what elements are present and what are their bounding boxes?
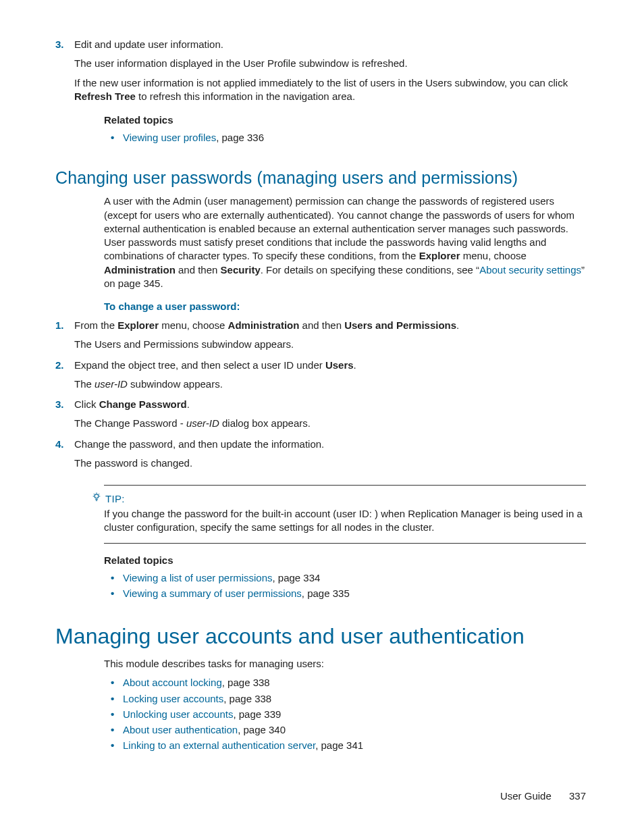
text-fragment: .: [354, 359, 356, 371]
text-bold: Users: [325, 359, 354, 371]
related-topics-list: Viewing user profiles, page 336: [104, 130, 586, 145]
text-bold: Users and Permissions: [344, 319, 456, 331]
text-fragment: menu, choose: [159, 319, 228, 331]
link[interactable]: About user authentication: [123, 724, 238, 735]
text-bold: Change Password: [99, 398, 187, 410]
text-bold: Explorer: [117, 319, 159, 331]
procedure-step: 3.Click Change Password.The Change Passw…: [55, 398, 586, 431]
text-fragment: . For details on specifying these condit…: [261, 264, 479, 276]
svg-line-7: [99, 494, 99, 494]
list-item: Viewing a summary of user permissions, p…: [104, 585, 586, 601]
text-suffix: , page 334: [272, 572, 320, 583]
procedure-heading: To change a user password:: [104, 301, 586, 312]
text-suffix: , page 336: [216, 132, 264, 143]
step-result: The user-ID subwindow appears.: [74, 377, 586, 391]
text-italic: user-ID: [186, 417, 219, 429]
related-topics-list: Viewing a list of user permissions, page…: [104, 570, 586, 602]
step-result: The Users and Permissions subwindow appe…: [74, 338, 586, 351]
footer-label: User Guide: [500, 790, 552, 802]
chapter-heading-managing-user-accounts: Managing user accounts and user authenti…: [55, 624, 586, 649]
link[interactable]: Viewing a list of user permissions: [123, 572, 272, 583]
section-paragraph: A user with the Admin (user management) …: [104, 194, 586, 290]
step-text: Expand the object tree, and then select …: [74, 359, 586, 372]
link[interactable]: Linking to an external authentication se…: [123, 739, 315, 751]
link-viewing-user-profiles[interactable]: Viewing user profiles: [123, 132, 216, 143]
text-suffix: , page 339: [233, 708, 281, 720]
link[interactable]: Viewing a summary of user permissions: [123, 588, 302, 599]
text-fragment: The: [74, 378, 95, 390]
step-number: 4.: [55, 438, 64, 451]
procedure-step: 1.From the Explorer menu, choose Adminis…: [55, 319, 586, 352]
step-list-top: 3. Edit and update user information. The…: [55, 38, 586, 103]
link[interactable]: About account locking: [123, 677, 222, 688]
step-number: 1.: [55, 319, 64, 332]
text-fragment: Expand the object tree, and then select …: [74, 359, 325, 371]
text-fragment: From the: [74, 319, 117, 331]
list-item: About account locking, page 338: [104, 675, 586, 690]
text-fragment: to refresh this information in the navig…: [136, 90, 355, 102]
text-suffix: , page 340: [238, 724, 286, 735]
text-fragment: .: [456, 319, 459, 331]
related-topics-heading: Related topics: [104, 114, 586, 126]
text-fragment: menu, choose: [460, 250, 527, 261]
link[interactable]: Unlocking user accounts: [123, 708, 233, 720]
page-number: 337: [569, 790, 586, 802]
link[interactable]: Locking user accounts: [123, 693, 223, 704]
text-bold: Explorer: [419, 250, 460, 261]
list-item: Linking to an external authentication se…: [104, 737, 586, 753]
list-item: About user authentication, page 340: [104, 722, 586, 737]
step-text: Click Change Password.: [74, 398, 586, 411]
text-fragment: and then: [176, 264, 221, 276]
procedure-step-list: 1.From the Explorer menu, choose Adminis…: [55, 319, 586, 470]
text-bold: Refresh Tree: [74, 90, 136, 102]
list-item: Unlocking user accounts, page 339: [104, 706, 586, 722]
text-italic: user-ID: [95, 378, 128, 390]
text-suffix: , page 338: [223, 693, 271, 704]
text-bold: Administration: [228, 319, 300, 331]
text-bold: Security: [221, 264, 261, 276]
step-text: The user information displayed in the Us…: [74, 57, 586, 70]
list-item: Viewing a list of user permissions, page…: [104, 570, 586, 585]
step-3: 3. Edit and update user information. The…: [55, 38, 586, 103]
tip-label-row: TIP:: [92, 492, 586, 504]
step-number: 2.: [55, 359, 64, 372]
text-fragment: and then: [299, 319, 344, 331]
tip-box: TIP: If you change the password for the …: [104, 485, 586, 544]
text-fragment: If the new user information is not appli…: [74, 77, 568, 88]
tip-label: TIP:: [105, 493, 125, 504]
step-text: If the new user information is not appli…: [74, 76, 586, 104]
lightbulb-icon: [92, 492, 101, 504]
page-footer: User Guide 337: [500, 790, 586, 802]
svg-point-0: [95, 494, 99, 498]
text-fragment: Click: [74, 398, 99, 410]
text-suffix: , page 341: [315, 739, 363, 751]
text-bold: Administration: [104, 264, 176, 276]
section-heading-changing-passwords: Changing user passwords (managing users …: [55, 168, 586, 188]
step-number: 3.: [55, 398, 64, 411]
step-number: 3.: [55, 38, 64, 51]
step-text: From the Explorer menu, choose Administr…: [74, 319, 586, 332]
link-about-security-settings[interactable]: About security settings: [479, 264, 581, 276]
related-topics-heading: Related topics: [104, 554, 586, 566]
step-text: Edit and update user information.: [74, 38, 586, 51]
tip-text: If you change the password for the built…: [104, 507, 586, 535]
text-fragment: The Change Password -: [74, 417, 186, 429]
text-suffix: , page 335: [302, 588, 350, 599]
text-fragment: dialog box appears.: [219, 417, 311, 429]
svg-line-6: [94, 494, 95, 494]
step-text: Change the password, and then update the…: [74, 438, 586, 451]
chapter-topics-list: About account locking, page 338Locking u…: [104, 675, 586, 753]
text-fragment: .: [187, 398, 190, 410]
text-fragment: Change the password, and then update the…: [74, 438, 324, 450]
step-result: The password is changed.: [74, 457, 586, 470]
step-result: The Change Password - user-ID dialog box…: [74, 417, 586, 430]
procedure-step: 2.Expand the object tree, and then selec…: [55, 359, 586, 392]
chapter-intro: This module describes tasks for managing…: [104, 657, 586, 671]
text-suffix: , page 338: [222, 677, 270, 688]
procedure-step: 4.Change the password, and then update t…: [55, 438, 586, 471]
text-fragment: subwindow appears.: [128, 378, 223, 390]
list-item: Viewing user profiles, page 336: [104, 130, 586, 145]
list-item: Locking user accounts, page 338: [104, 691, 586, 706]
